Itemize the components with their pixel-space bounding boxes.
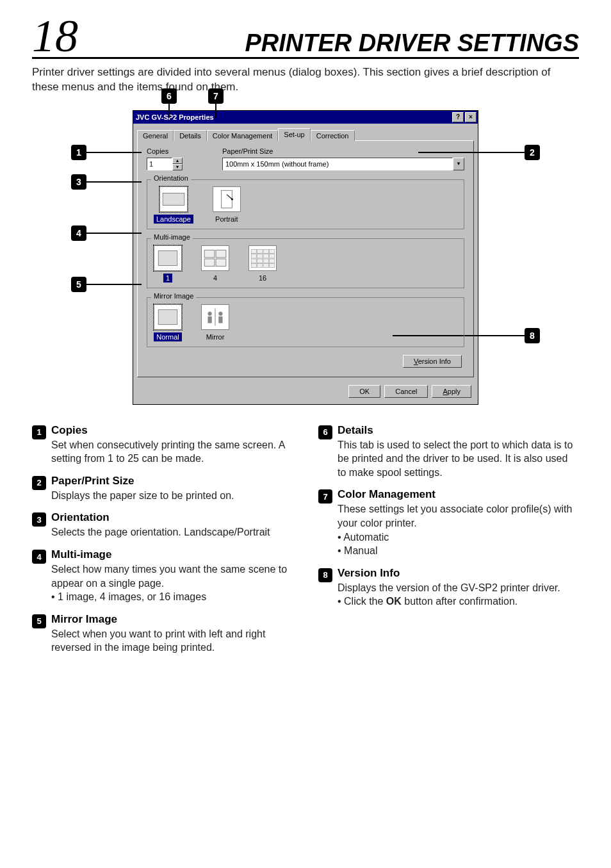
dialog-title: JVC GV-SP2 Properties — [136, 113, 451, 121]
svg-point-2 — [231, 198, 233, 200]
item-desc: Displays the version of the GV-SP2 print… — [338, 581, 560, 595]
svg-rect-16 — [251, 259, 256, 263]
tab-details[interactable]: Details — [174, 130, 207, 141]
mirror-image-label: Mirror Image — [151, 292, 196, 300]
item-badge-3: 3 — [32, 512, 46, 527]
copies-spin-down-icon[interactable]: ▼ — [172, 164, 183, 170]
orientation-portrait[interactable]: Portrait — [213, 186, 241, 224]
svg-rect-9 — [257, 249, 263, 253]
callout-6: 6 — [161, 88, 177, 104]
svg-rect-3 — [158, 250, 177, 265]
item-badge-8: 8 — [318, 568, 332, 582]
dialog-figure: 6 7 1 3 4 5 2 8 — [133, 110, 478, 405]
item-badge-6: 6 — [318, 425, 332, 439]
svg-rect-14 — [263, 254, 268, 258]
svg-rect-23 — [270, 263, 275, 267]
callout-7: 7 — [208, 88, 224, 104]
callout-5: 5 — [71, 277, 86, 292]
svg-rect-19 — [270, 259, 275, 263]
item-desc: Select how many times you want the same … — [51, 562, 293, 590]
item-heading: Mirror Image — [51, 613, 293, 626]
svg-rect-6 — [204, 259, 215, 266]
item-desc: Select when you want to print with left … — [51, 627, 293, 655]
item-heading: Details — [338, 424, 579, 437]
item-badge-7: 7 — [318, 489, 332, 504]
svg-rect-18 — [263, 259, 268, 263]
item-heading: Version Info — [338, 567, 560, 580]
callout-8: 8 — [525, 328, 540, 343]
dialog-titlebar[interactable]: JVC GV-SP2 Properties ? × — [133, 111, 478, 124]
version-info-button[interactable]: Version Info — [403, 355, 462, 368]
svg-rect-1 — [221, 190, 232, 208]
tab-color-management[interactable]: Color Management — [207, 130, 279, 141]
item-desc: Selects the page orientation. Landscape/… — [51, 525, 270, 539]
svg-rect-5 — [216, 250, 226, 258]
svg-rect-12 — [251, 254, 256, 258]
tab-general[interactable]: General — [137, 130, 174, 141]
apply-button[interactable]: Apply — [432, 385, 471, 398]
page-title: PRINTER DRIVER SETTINGS — [78, 29, 579, 57]
tab-correction[interactable]: Correction — [311, 130, 355, 141]
svg-rect-17 — [257, 259, 263, 263]
copies-input[interactable] — [147, 158, 172, 170]
item-badge-2: 2 — [32, 476, 46, 490]
svg-rect-15 — [270, 254, 275, 258]
item-heading: Paper/Print Size — [51, 475, 234, 487]
multi-image-label: Multi-image — [151, 233, 193, 241]
description-column-right: 6 Details This tab is used to select the… — [318, 424, 579, 664]
orientation-group: Orientation Landscape Portrait — [147, 179, 464, 229]
mirror-mirror[interactable]: Mirror — [201, 304, 229, 341]
item-desc-extra: • Click the OK button after confirmation… — [338, 594, 560, 609]
item-heading: Orientation — [51, 511, 270, 524]
svg-point-26 — [208, 311, 211, 315]
tab-setup[interactable]: Set-up — [278, 128, 310, 141]
callout-1: 1 — [71, 145, 86, 160]
svg-rect-24 — [158, 309, 177, 324]
svg-rect-7 — [216, 259, 226, 266]
svg-rect-10 — [263, 249, 268, 253]
item-badge-4: 4 — [32, 550, 46, 564]
item-desc: Set when consecutively printing the same… — [51, 438, 293, 466]
item-desc-extra: • 1 image, 4 images, or 16 images — [51, 590, 293, 604]
item-badge-5: 5 — [32, 614, 46, 628]
svg-point-28 — [218, 311, 222, 315]
svg-rect-0 — [163, 193, 184, 205]
ok-button[interactable]: OK — [348, 385, 380, 398]
intro-text: Printer driver settings are divided into… — [32, 65, 579, 95]
cancel-button[interactable]: Cancel — [384, 385, 428, 398]
svg-rect-4 — [204, 250, 215, 258]
mirror-image-group: Mirror Image Normal Mirror — [147, 297, 464, 347]
svg-rect-22 — [263, 263, 268, 267]
orientation-landscape[interactable]: Landscape — [154, 186, 193, 224]
multi-image-4[interactable]: 4 — [201, 245, 229, 283]
multi-image-16[interactable]: 16 — [248, 245, 277, 283]
copies-spin-up-icon[interactable]: ▲ — [172, 158, 183, 164]
svg-rect-8 — [251, 249, 256, 253]
item-heading: Multi-image — [51, 548, 293, 561]
svg-rect-20 — [251, 263, 256, 267]
item-bullets: • Automatic • Manual — [338, 530, 579, 558]
copies-label: Copies — [147, 147, 211, 155]
description-column-left: 1 Copies Set when consecutively printing… — [32, 424, 293, 664]
callout-3: 3 — [71, 174, 86, 190]
svg-rect-21 — [257, 263, 263, 267]
callout-2: 2 — [525, 145, 540, 160]
item-heading: Copies — [51, 424, 293, 437]
svg-rect-27 — [208, 316, 211, 323]
multi-image-1[interactable]: 1 — [154, 245, 182, 283]
orientation-label: Orientation — [151, 174, 191, 182]
close-icon[interactable]: × — [465, 112, 477, 122]
svg-rect-11 — [270, 249, 275, 253]
item-desc: These settings let you associate color p… — [338, 502, 579, 530]
item-heading: Color Management — [338, 488, 579, 501]
item-desc: This tab is used to select the port to w… — [338, 438, 579, 480]
help-icon[interactable]: ? — [452, 112, 464, 122]
svg-rect-29 — [218, 316, 222, 323]
multi-image-group: Multi-image 1 4 — [147, 238, 464, 288]
mirror-normal[interactable]: Normal — [154, 304, 182, 341]
item-badge-1: 1 — [32, 425, 46, 439]
dialog-tabs: General Details Color Management Set-up … — [133, 124, 478, 140]
callout-4: 4 — [71, 225, 86, 241]
page-number: 18 — [32, 15, 78, 57]
item-desc: Displays the paper size to be printed on… — [51, 489, 234, 503]
